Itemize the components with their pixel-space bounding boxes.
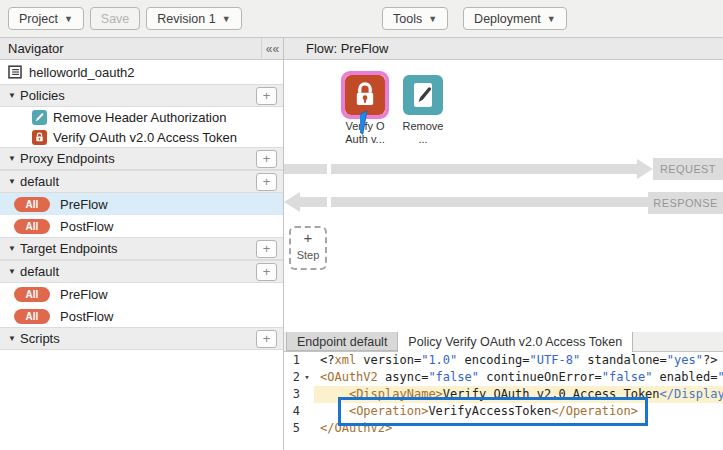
list-icon: [8, 65, 22, 79]
revision-menu-label: Revision 1: [157, 12, 215, 26]
code-line[interactable]: 3 <DisplayName>Verify OAuth v2.0 Access …: [284, 386, 723, 403]
code-editor[interactable]: 1<?xml version="1.0" encoding="UTF-8" st…: [284, 352, 723, 450]
chevron-down-icon: ▼: [64, 14, 73, 24]
sidebar-item-verify-oauth-policy[interactable]: Verify OAuth v2.0 Access Token: [0, 127, 283, 147]
code-line[interactable]: 2▾<OAuthV2 async="false" continueOnError…: [284, 369, 723, 386]
disclosure-triangle-icon[interactable]: ▼: [8, 244, 20, 253]
save-button-label: Save: [101, 12, 130, 26]
target-default-label: default: [20, 264, 256, 279]
proxy-preflow-label: PreFlow: [60, 197, 108, 212]
sidebar-section-policies[interactable]: ▼ Policies +: [0, 84, 283, 107]
sidebar-item-proxy-preflow[interactable]: All PreFlow: [0, 193, 283, 215]
sidebar-section-scripts[interactable]: ▼ Scripts +: [0, 327, 283, 350]
target-endpoints-section-label: Target Endpoints: [20, 241, 256, 256]
code-text: <OAuthV2 async="false" continueOnError="…: [314, 369, 723, 386]
line-number: 4: [284, 403, 300, 420]
navigator-title: Navigator: [8, 41, 64, 56]
add-step-label: Step: [291, 248, 325, 262]
tools-menu-label: Tools: [393, 12, 422, 26]
chevron-down-icon: ▼: [222, 14, 231, 24]
disclosure-triangle-icon[interactable]: ▼: [8, 267, 20, 276]
code-text: <DisplayName>Verify OAuth v2.0 Access To…: [314, 386, 723, 403]
proxy-default-label: default: [20, 174, 256, 189]
policies-section-label: Policies: [20, 88, 256, 103]
code-line[interactable]: 5</OAuthV2>: [284, 420, 723, 437]
top-toolbar: Project ▼ Save Revision 1 ▼ Tools ▼ Depl…: [0, 0, 723, 38]
disclosure-triangle-icon[interactable]: ▼: [8, 154, 20, 163]
proxy-file-name: helloworld_oauth2: [29, 65, 135, 80]
deployment-menu-label: Deployment: [474, 12, 541, 26]
navigator-sidebar: Navigator «« helloworld_oauth2 ▼ Policie…: [0, 38, 284, 450]
collapse-sidebar-icon[interactable]: ««: [261, 38, 283, 60]
response-arrowhead-icon: [284, 192, 300, 212]
lock-icon: [32, 130, 47, 145]
revision-menu-button[interactable]: Revision 1 ▼: [146, 7, 241, 30]
tab-endpoint-default[interactable]: Endpoint default: [286, 331, 397, 351]
all-badge: All: [14, 287, 50, 302]
sidebar-section-target-default[interactable]: ▼ default +: [0, 260, 283, 283]
add-target-endpoint-button[interactable]: +: [256, 240, 277, 258]
code-text: <?xml version="1.0" encoding="UTF-8" sta…: [314, 352, 723, 369]
sidebar-item-remove-header-policy[interactable]: Remove Header Authorization: [0, 107, 283, 127]
proxy-postflow-label: PostFlow: [60, 219, 113, 234]
code-text: <Operation>VerifyAccessToken</Operation>: [314, 403, 723, 420]
remove-header-policy-label: Remove Header Authorization: [53, 110, 226, 125]
verify-oauth-policy-label: Verify OAuth v2.0 Access Token: [53, 130, 237, 145]
code-line[interactable]: 1<?xml version="1.0" encoding="UTF-8" st…: [284, 352, 723, 369]
project-menu-label: Project: [19, 12, 58, 26]
proxy-endpoints-section-label: Proxy Endpoints: [20, 151, 256, 166]
sidebar-item-proxy-postflow[interactable]: All PostFlow: [0, 215, 283, 237]
disclosure-triangle-icon[interactable]: ▼: [8, 177, 20, 186]
deployment-menu-button[interactable]: Deployment ▼: [463, 7, 567, 30]
add-target-flow-button[interactable]: +: [256, 263, 277, 281]
add-policy-button[interactable]: +: [256, 87, 277, 105]
flow-panel-header: Flow: PreFlow: [284, 38, 723, 60]
add-proxy-endpoint-button[interactable]: +: [256, 150, 277, 168]
sidebar-section-target-endpoints[interactable]: ▼ Target Endpoints +: [0, 237, 283, 260]
scripts-section-label: Scripts: [20, 331, 256, 346]
code-lines: 1<?xml version="1.0" encoding="UTF-8" st…: [284, 352, 723, 437]
project-menu-button[interactable]: Project ▼: [8, 7, 84, 30]
line-number: 3: [284, 386, 300, 403]
tab-policy-verify-oauth[interactable]: Policy Verify OAuth v2.0 Access Token: [397, 331, 633, 352]
code-text: </OAuthV2>: [314, 420, 723, 437]
add-script-button[interactable]: +: [256, 330, 277, 348]
sidebar-item-target-postflow[interactable]: All PostFlow: [0, 305, 283, 327]
remove-header-policy-node[interactable]: [403, 75, 443, 115]
sidebar-item-target-preflow[interactable]: All PreFlow: [0, 283, 283, 305]
response-flow-line: [299, 197, 327, 207]
flow-panel-title: Flow: PreFlow: [306, 41, 388, 56]
response-lane-label: RESPONSE: [648, 192, 723, 214]
disclosure-triangle-icon[interactable]: ▼: [8, 91, 20, 100]
flow-canvas: Verify O Auth v... Remove ... REQUEST RE…: [284, 60, 723, 332]
target-preflow-label: PreFlow: [60, 287, 108, 302]
sidebar-item-proxy-file[interactable]: helloworld_oauth2: [0, 60, 283, 84]
code-line[interactable]: 4 <Operation>VerifyAccessToken</Operatio…: [284, 403, 723, 420]
editor-tab-bar: Endpoint default Policy Verify OAuth v2.…: [284, 332, 723, 352]
all-badge: All: [14, 197, 50, 212]
sidebar-section-proxy-endpoints[interactable]: ▼ Proxy Endpoints +: [0, 147, 283, 170]
request-lane-label: REQUEST: [653, 158, 723, 180]
request-arrowhead-icon: [637, 159, 653, 179]
disclosure-triangle-icon[interactable]: ▼: [8, 334, 20, 343]
request-flow-line: [284, 164, 327, 174]
add-step-button[interactable]: + Step: [289, 226, 327, 270]
target-postflow-label: PostFlow: [60, 309, 113, 324]
chevron-down-icon: ▼: [428, 14, 437, 24]
navigator-header: Navigator ««: [0, 38, 283, 60]
tools-menu-button[interactable]: Tools ▼: [382, 7, 448, 30]
line-number: 2: [284, 369, 300, 386]
pointer-arrow-annotation: [360, 108, 406, 170]
save-button[interactable]: Save: [90, 7, 141, 30]
line-number: 5: [284, 420, 300, 437]
response-flow-line: [331, 197, 648, 207]
fold-marker-icon: [300, 403, 314, 420]
all-badge: All: [14, 309, 50, 324]
pencil-icon: [411, 81, 435, 109]
fold-marker-icon[interactable]: ▾: [300, 369, 314, 386]
fold-marker-icon: [300, 352, 314, 369]
sidebar-section-proxy-default[interactable]: ▼ default +: [0, 170, 283, 193]
fold-marker-icon: [300, 420, 314, 437]
add-proxy-flow-button[interactable]: +: [256, 173, 277, 191]
chevron-down-icon: ▼: [547, 14, 556, 24]
